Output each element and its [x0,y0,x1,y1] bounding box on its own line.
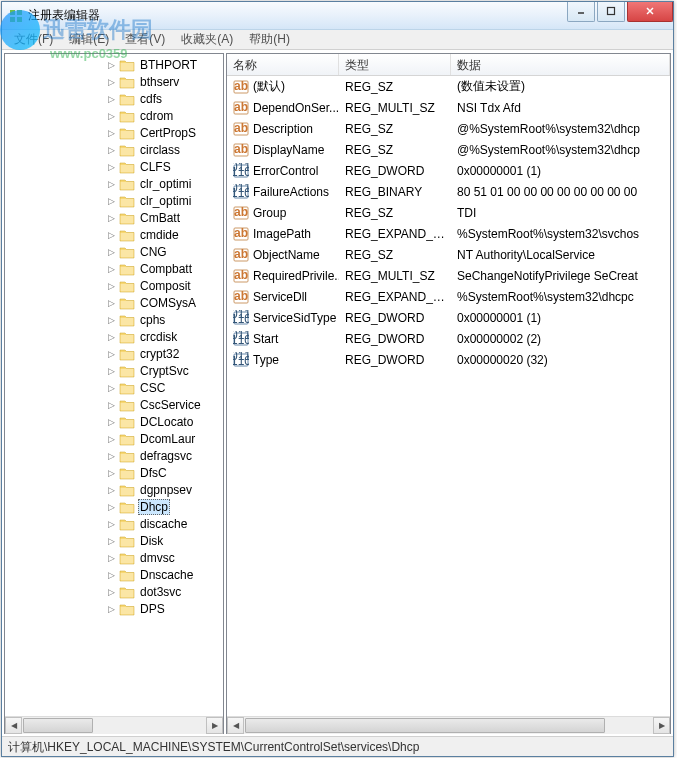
column-type[interactable]: 类型 [339,54,451,75]
tree-item[interactable]: ▷cphs [5,311,223,328]
tree-item[interactable]: ▷CryptSvc [5,362,223,379]
expander-icon[interactable]: ▷ [105,280,117,292]
tree-item[interactable]: ▷crcdisk [5,328,223,345]
tree-content[interactable]: ▷BTHPORT▷bthserv▷cdfs▷cdrom▷CertPropS▷ci… [5,54,223,716]
tree-item[interactable]: ▷DPS [5,600,223,617]
maximize-button[interactable] [597,2,625,22]
expander-icon[interactable]: ▷ [105,110,117,122]
menu-edit[interactable]: 编辑(E) [61,29,117,50]
menu-help[interactable]: 帮助(H) [241,29,298,50]
expander-icon[interactable]: ▷ [105,416,117,428]
tree-item[interactable]: ▷DCLocato [5,413,223,430]
tree-item[interactable]: ▷CLFS [5,158,223,175]
list-row[interactable]: ErrorControlREG_DWORD0x00000001 (1) [227,160,670,181]
tree-item[interactable]: ▷dgpnpsev [5,481,223,498]
tree-item[interactable]: ▷CNG [5,243,223,260]
tree-item[interactable]: ▷CmBatt [5,209,223,226]
expander-icon[interactable]: ▷ [105,501,117,513]
expander-icon[interactable]: ▷ [105,399,117,411]
menu-favorites[interactable]: 收藏夹(A) [173,29,241,50]
tree-item[interactable]: ▷bthserv [5,73,223,90]
expander-icon[interactable]: ▷ [105,382,117,394]
expander-icon[interactable]: ▷ [105,161,117,173]
menu-view[interactable]: 查看(V) [117,29,173,50]
tree-item[interactable]: ▷crypt32 [5,345,223,362]
scroll-thumb[interactable] [23,718,93,733]
tree-item[interactable]: ▷cdrom [5,107,223,124]
list-row[interactable]: ServiceDllREG_EXPAND_SZ%SystemRoot%\syst… [227,286,670,307]
list-row[interactable]: DescriptionREG_SZ@%SystemRoot%\system32\… [227,118,670,139]
expander-icon[interactable]: ▷ [105,178,117,190]
column-data[interactable]: 数据 [451,54,670,75]
expander-icon[interactable]: ▷ [105,229,117,241]
tree-item[interactable]: ▷COMSysA [5,294,223,311]
titlebar[interactable]: 注册表编辑器 [2,2,673,30]
expander-icon[interactable]: ▷ [105,569,117,581]
expander-icon[interactable]: ▷ [105,552,117,564]
list-row[interactable]: GroupREG_SZTDI [227,202,670,223]
tree-item[interactable]: ▷cdfs [5,90,223,107]
tree-item[interactable]: ▷DcomLaur [5,430,223,447]
scroll-right-icon[interactable]: ▶ [653,717,670,734]
scroll-left-icon[interactable]: ◀ [227,717,244,734]
scroll-left-icon[interactable]: ◀ [5,717,22,734]
tree-item[interactable]: ▷CSC [5,379,223,396]
expander-icon[interactable]: ▷ [105,518,117,530]
list-body[interactable]: (默认)REG_SZ(数值未设置)DependOnSer...REG_MULTI… [227,76,670,716]
expander-icon[interactable]: ▷ [105,246,117,258]
expander-icon[interactable]: ▷ [105,603,117,615]
scroll-right-icon[interactable]: ▶ [206,717,223,734]
tree-item[interactable]: ▷Compbatt [5,260,223,277]
tree-hscrollbar[interactable]: ◀ ▶ [5,716,223,733]
expander-icon[interactable]: ▷ [105,314,117,326]
column-name[interactable]: 名称 [227,54,339,75]
expander-icon[interactable]: ▷ [105,297,117,309]
expander-icon[interactable]: ▷ [105,348,117,360]
scroll-thumb[interactable] [245,718,605,733]
minimize-button[interactable] [567,2,595,22]
tree-item[interactable]: ▷clr_optimi [5,175,223,192]
tree-item[interactable]: ▷CscService [5,396,223,413]
list-row[interactable]: (默认)REG_SZ(数值未设置) [227,76,670,97]
list-row[interactable]: RequiredPrivile...REG_MULTI_SZSeChangeNo… [227,265,670,286]
list-row[interactable]: TypeREG_DWORD0x00000020 (32) [227,349,670,370]
list-row[interactable]: FailureActionsREG_BINARY80 51 01 00 00 0… [227,181,670,202]
expander-icon[interactable]: ▷ [105,484,117,496]
expander-icon[interactable]: ▷ [105,144,117,156]
tree-item[interactable]: ▷Dhcp [5,498,223,515]
expander-icon[interactable]: ▷ [105,586,117,598]
tree-item[interactable]: ▷discache [5,515,223,532]
tree-item[interactable]: ▷dot3svc [5,583,223,600]
tree-item[interactable]: ▷cmdide [5,226,223,243]
tree-item[interactable]: ▷defragsvc [5,447,223,464]
expander-icon[interactable]: ▷ [105,365,117,377]
expander-icon[interactable]: ▷ [105,127,117,139]
tree-item[interactable]: ▷Composit [5,277,223,294]
expander-icon[interactable]: ▷ [105,263,117,275]
tree-item[interactable]: ▷dmvsc [5,549,223,566]
list-row[interactable]: ServiceSidTypeREG_DWORD0x00000001 (1) [227,307,670,328]
expander-icon[interactable]: ▷ [105,76,117,88]
expander-icon[interactable]: ▷ [105,450,117,462]
tree-item[interactable]: ▷Disk [5,532,223,549]
list-row[interactable]: ObjectNameREG_SZNT Authority\LocalServic… [227,244,670,265]
tree-item[interactable]: ▷BTHPORT [5,56,223,73]
expander-icon[interactable]: ▷ [105,535,117,547]
expander-icon[interactable]: ▷ [105,93,117,105]
tree-item[interactable]: ▷clr_optimi [5,192,223,209]
expander-icon[interactable]: ▷ [105,212,117,224]
tree-item[interactable]: ▷Dnscache [5,566,223,583]
list-hscrollbar[interactable]: ◀ ▶ [227,716,670,733]
expander-icon[interactable]: ▷ [105,467,117,479]
expander-icon[interactable]: ▷ [105,195,117,207]
expander-icon[interactable]: ▷ [105,59,117,71]
expander-icon[interactable]: ▷ [105,433,117,445]
list-row[interactable]: DisplayNameREG_SZ@%SystemRoot%\system32\… [227,139,670,160]
tree-item[interactable]: ▷circlass [5,141,223,158]
close-button[interactable] [627,2,673,22]
list-row[interactable]: StartREG_DWORD0x00000002 (2) [227,328,670,349]
tree-item[interactable]: ▷CertPropS [5,124,223,141]
menu-file[interactable]: 文件(F) [6,29,61,50]
tree-item[interactable]: ▷DfsC [5,464,223,481]
list-row[interactable]: DependOnSer...REG_MULTI_SZNSI Tdx Afd [227,97,670,118]
